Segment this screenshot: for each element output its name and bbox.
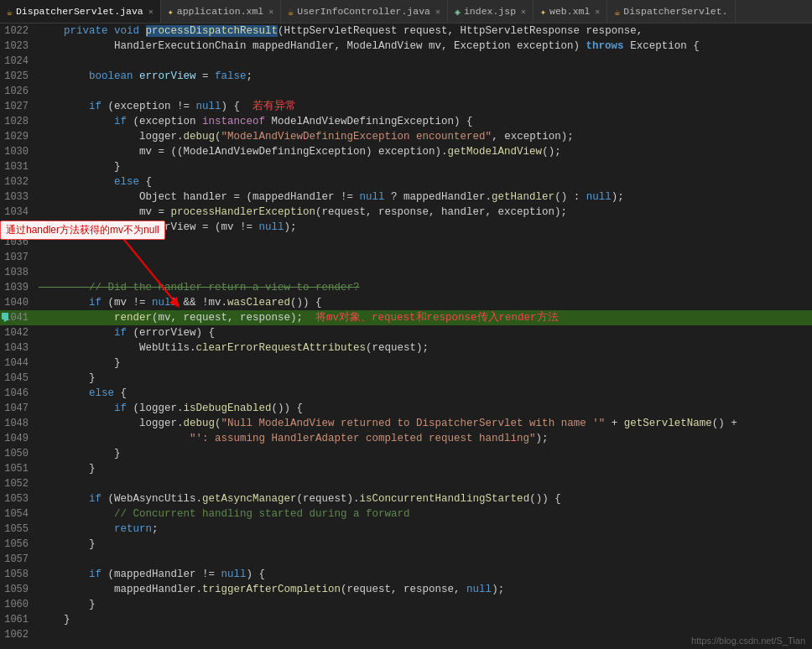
line-content-1041: render(mv, request, response); 将mv对象、req… [35, 310, 812, 325]
line-number-1043: 1043 [0, 340, 35, 356]
tab-application-xml[interactable]: ✦ application.xml ✕ [161, 0, 282, 23]
line-number-1022: 1022 [0, 23, 35, 39]
line-content-1055: return; [35, 522, 812, 537]
code-line-1051: 1051 } [0, 461, 812, 476]
line-content-1048: logger.debug("Null ModelAndView returned… [35, 416, 812, 431]
tab-label: DispatcherServlet.java [16, 6, 143, 17]
line-content-1053: if (WebAsyncUtils.getAsyncManager(reques… [35, 491, 812, 506]
line-number-1033: 1033 [0, 190, 35, 205]
code-line-1041: ► 1041 render(mv, request, response); 将m… [0, 310, 812, 325]
line-number-1056: 1056 [0, 537, 35, 552]
line-number-1055: 1055 [0, 522, 35, 537]
close-icon[interactable]: ✕ [148, 7, 154, 17]
line-content-1031: } [35, 159, 812, 174]
line-number-1029: 1029 [0, 129, 35, 144]
line-number-1048: 1048 [0, 416, 35, 431]
annotation-handler-mv: 通过handler方法获得的mv不为null [0, 221, 165, 240]
line-number-1047: 1047 [0, 401, 35, 416]
line-number-1054: 1054 [0, 506, 35, 522]
java-icon: ☕ [288, 6, 294, 18]
code-line-1028: 1028 if (exception instanceof ModelAndVi… [0, 114, 812, 129]
line-number-1031: 1031 [0, 159, 35, 174]
line-number-1025: 1025 [0, 69, 35, 84]
line-content-1044: } [35, 356, 812, 371]
xml-icon: ✦ [168, 6, 174, 18]
line-content-1033: Object handler = (mappedHandler != null … [35, 190, 812, 205]
code-line-1062: 1062 [0, 627, 812, 642]
code-line-1050: 1050 } [0, 446, 812, 461]
line-content-1022: private void processDispatchResult(HttpS… [35, 23, 812, 39]
watermark: https://blog.csdn.net/S_Tian [691, 636, 805, 646]
line-content-1060: } [35, 597, 812, 612]
line-content-1046: else { [35, 386, 812, 401]
java-icon: ☕ [7, 6, 13, 18]
line-number-1046: 1046 [0, 386, 35, 401]
xml-icon: ✦ [540, 6, 546, 18]
line-number-1037: 1037 [0, 250, 35, 265]
line-number-1062: 1062 [0, 627, 35, 642]
code-line-1023: 1023 HandlerExecutionChain mappedHandler… [0, 39, 812, 54]
code-line-1045: 1045 } [0, 371, 812, 386]
code-line-1058: 1058 if (mappedHandler != null) { [0, 567, 812, 582]
tab-index-jsp[interactable]: ◈ index.jsp ✕ [448, 0, 534, 23]
line-number-1045: 1045 [0, 371, 35, 386]
tab-dispatcher-servlet-java[interactable]: ☕ DispatcherServlet.java ✕ [0, 0, 161, 23]
code-line-1052: 1052 [0, 476, 812, 491]
code-area: 1022 private void processDispatchResult(… [0, 23, 812, 649]
close-icon[interactable]: ✕ [595, 7, 600, 17]
line-content-1042: if (errorView) { [35, 325, 812, 340]
code-line-1048: 1048 logger.debug("Null ModelAndView ret… [0, 416, 812, 431]
line-content-1030: mv = ((ModelAndViewDefiningException) ex… [35, 144, 812, 159]
code-line-1043: 1043 WebUtils.clearErrorRequestAttribute… [0, 340, 812, 356]
code-line-1029: 1029 logger.debug("ModelAndViewDefiningE… [0, 129, 812, 144]
code-line-1044: 1044 } [0, 356, 812, 371]
code-line-1025: 1025 boolean errorView = false; [0, 69, 812, 84]
line-content-1059: mappedHandler.triggerAfterCompletion(req… [35, 582, 812, 597]
tab-user-info-controller[interactable]: ☕ UserInfoController.java ✕ [281, 0, 448, 23]
line-content-1027: if (exception != null) { 若有异常 [35, 99, 812, 114]
code-line-1060: 1060 } [0, 597, 812, 612]
line-number-1049: 1049 [0, 431, 35, 446]
code-line-1024: 1024 [0, 54, 812, 69]
code-line-1031: 1031 } [0, 159, 812, 174]
code-line-1039: 1039 // Did the handler return a view to… [0, 280, 812, 295]
line-number-1060: 1060 [0, 597, 35, 612]
line-number-1051: 1051 [0, 461, 35, 476]
close-icon[interactable]: ✕ [268, 7, 273, 17]
line-number-1044: 1044 [0, 356, 35, 371]
code-line-1040: 1040 if (mv != null && !mv.wasCleared())… [0, 295, 812, 310]
code-line-1032: 1032 else { [0, 174, 812, 190]
line-content-1023: HandlerExecutionChain mappedHandler, Mod… [35, 39, 812, 54]
code-line-1047: 1047 if (logger.isDebugEnabled()) { [0, 401, 812, 416]
code-line-1027: 1027 if (exception != null) { 若有异常 [0, 99, 812, 114]
code-line-1054: 1054 // Concurrent handling started duri… [0, 506, 812, 522]
code-line-1059: 1059 mappedHandler.triggerAfterCompletio… [0, 582, 812, 597]
line-content-1040: if (mv != null && !mv.wasCleared()) { [35, 295, 812, 310]
line-number-1040: 1040 [0, 295, 35, 310]
line-number-1026: 1026 [0, 84, 35, 99]
line-number-1059: 1059 [0, 582, 35, 597]
code-line-1053: 1053 if (WebAsyncUtils.getAsyncManager(r… [0, 491, 812, 506]
line-content-1028: if (exception instanceof ModelAndViewDef… [35, 114, 812, 129]
line-content-1029: logger.debug("ModelAndViewDefiningExcept… [35, 129, 812, 144]
line-content-1056: } [35, 537, 812, 552]
line-number-1039: 1039 [0, 280, 35, 295]
close-icon[interactable]: ✕ [435, 7, 440, 17]
line-content-1061: } [35, 612, 812, 627]
line-content-1051: } [35, 461, 812, 476]
line-content-1058: if (mappedHandler != null) { [35, 567, 812, 582]
tab-label: application.xml [177, 6, 264, 17]
tab-bar: ☕ DispatcherServlet.java ✕ ✦ application… [0, 0, 812, 23]
code-line-1049: 1049 "': assuming HandlerAdapter complet… [0, 431, 812, 446]
tab-web-xml[interactable]: ✦ web.xml ✕ [534, 0, 607, 23]
line-content-1050: } [35, 446, 812, 461]
tab-dispatcher-servlet2[interactable]: ☕ DispatcherServlet. [607, 0, 735, 23]
tab-label: web.xml [549, 6, 590, 17]
line-number-1061: 1061 [0, 612, 35, 627]
code-line-1046: 1046 else { [0, 386, 812, 401]
close-icon[interactable]: ✕ [521, 7, 526, 17]
code-line-1038: 1038 [0, 265, 812, 280]
line-content-1047: if (logger.isDebugEnabled()) { [35, 401, 812, 416]
line-number-1027: 1027 [0, 99, 35, 114]
code-line-1037: 1037 [0, 250, 812, 265]
